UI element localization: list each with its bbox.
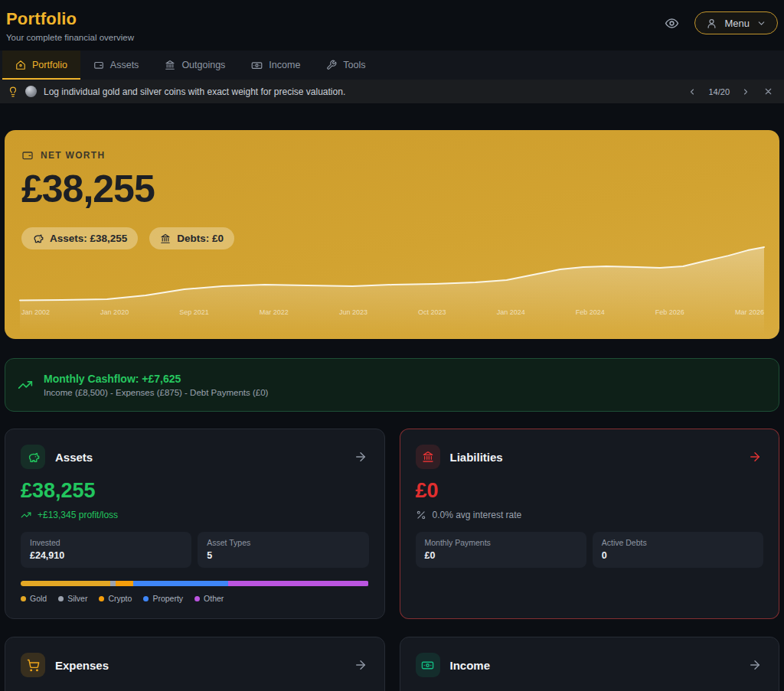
legend-label: Other bbox=[204, 594, 224, 603]
liabilities-value: £0 bbox=[416, 479, 764, 503]
tab-portfolio[interactable]: Portfolio bbox=[2, 51, 80, 80]
banknote-icon bbox=[251, 60, 263, 71]
page-header: Portfolio Your complete financial overvi… bbox=[0, 0, 784, 51]
tab-tools[interactable]: Tools bbox=[313, 51, 378, 80]
assets-card-title: Assets bbox=[55, 451, 93, 464]
stat-label: Active Debts bbox=[602, 538, 754, 547]
tip-next-button[interactable] bbox=[740, 86, 752, 98]
cart-icon bbox=[21, 653, 45, 677]
income-arrow-button[interactable] bbox=[746, 657, 763, 673]
debts-badge-label: Debts: £0 bbox=[177, 233, 224, 244]
expenses-value-row: £875/mo bbox=[21, 687, 369, 691]
x-tick-label: Mar 2026 bbox=[735, 308, 764, 316]
legend-item-gold: Gold bbox=[21, 594, 47, 603]
liabilities-arrow-button[interactable] bbox=[746, 448, 763, 465]
piggy-bank-icon bbox=[32, 233, 44, 244]
wallet-icon bbox=[93, 60, 104, 70]
cashflow-banner: Monthly Cashflow: +£7,625 Income (£8,500… bbox=[5, 358, 779, 412]
visibility-toggle-button[interactable] bbox=[662, 13, 682, 34]
arrow-right-icon bbox=[748, 450, 762, 464]
liabilities-interest-row: 0.0% avg interest rate bbox=[416, 510, 764, 520]
x-tick-label: Feb 2024 bbox=[576, 308, 605, 316]
legend-item-crypto: Crypto bbox=[99, 594, 132, 603]
trending-up-icon bbox=[21, 510, 31, 520]
legend-dot bbox=[143, 596, 149, 601]
tab-income[interactable]: Income bbox=[238, 51, 313, 80]
expenses-value: £875 bbox=[21, 687, 67, 691]
trending-up-icon bbox=[18, 377, 33, 393]
landmark-icon bbox=[416, 445, 440, 469]
assets-arrow-button[interactable] bbox=[352, 448, 369, 465]
page-title: Portfolio bbox=[6, 9, 134, 29]
income-value-row: £8,500/mo bbox=[416, 687, 764, 691]
chart-x-axis: Jan 2002Jan 2020Sep 2021Mar 2022Jun 2023… bbox=[21, 308, 764, 316]
legend-label: Silver bbox=[67, 594, 87, 603]
menu-button-label: Menu bbox=[724, 18, 750, 29]
tab-assets[interactable]: Assets bbox=[80, 51, 152, 80]
percent-icon bbox=[416, 510, 426, 520]
assets-badge-label: Assets: £38,255 bbox=[50, 233, 127, 244]
tip-prev-button[interactable] bbox=[686, 86, 698, 98]
legend-label: Gold bbox=[30, 594, 47, 603]
tip-banner: Log individual gold and silver coins wit… bbox=[0, 80, 784, 103]
stat-invested: Invested £24,910 bbox=[21, 532, 191, 568]
wrench-icon bbox=[326, 60, 337, 70]
expenses-card[interactable]: Expenses £875/mo bbox=[5, 637, 385, 691]
legend-dot bbox=[99, 596, 104, 601]
allocation-bar bbox=[21, 581, 369, 586]
net-worth-label: NET WORTH bbox=[41, 150, 105, 161]
chevron-left-icon bbox=[688, 87, 697, 96]
income-card[interactable]: Income £8,500/mo bbox=[400, 637, 780, 691]
allocation-segment-crypto bbox=[116, 581, 134, 586]
tip-pagination: 14/20 bbox=[708, 87, 730, 96]
assets-badge: Assets: £38,255 bbox=[21, 227, 138, 249]
tip-text: Log individual gold and silver coins wit… bbox=[44, 86, 345, 97]
stat-asset-types: Asset Types 5 bbox=[198, 532, 368, 568]
liabilities-card[interactable]: Liabilities £0 0.0% avg interest rate Mo… bbox=[400, 429, 780, 619]
eye-icon bbox=[665, 16, 679, 31]
debts-badge: Debts: £0 bbox=[149, 227, 234, 249]
legend-item-other: Other bbox=[194, 594, 224, 603]
income-value: £8,500 bbox=[416, 687, 479, 691]
user-icon bbox=[706, 18, 717, 29]
stat-label: Monthly Payments bbox=[425, 538, 577, 547]
cashflow-detail: Income (£8,500) - Expenses (£875) - Debt… bbox=[44, 388, 268, 397]
chevron-down-icon bbox=[756, 18, 766, 28]
x-tick-label: Jan 2002 bbox=[21, 308, 50, 316]
stat-active-debts: Active Debts 0 bbox=[593, 532, 763, 568]
assets-card[interactable]: Assets £38,255 +£13,345 profit/loss Inve… bbox=[5, 429, 385, 619]
stat-value: £0 bbox=[425, 550, 577, 561]
coin-icon bbox=[25, 86, 37, 97]
tip-close-button[interactable] bbox=[762, 85, 775, 98]
cashflow-title: Monthly Cashflow: +£7,625 bbox=[44, 373, 268, 385]
allocation-segment-property bbox=[133, 581, 228, 586]
tab-bar: Portfolio Assets Outgoings Income Tools bbox=[0, 51, 784, 80]
tab-label: Tools bbox=[343, 60, 365, 70]
tab-label: Portfolio bbox=[32, 60, 67, 70]
page-subtitle: Your complete financial overview bbox=[6, 33, 134, 42]
x-tick-label: Jan 2020 bbox=[100, 308, 129, 316]
liabilities-interest: 0.0% avg interest rate bbox=[433, 510, 522, 520]
stat-label: Invested bbox=[30, 538, 182, 547]
x-tick-label: Sep 2021 bbox=[179, 308, 209, 316]
x-tick-label: Feb 2026 bbox=[655, 308, 684, 316]
net-worth-value: £38,255 bbox=[21, 167, 763, 211]
legend-dot bbox=[194, 596, 200, 601]
liabilities-card-title: Liabilities bbox=[450, 451, 503, 464]
arrow-right-icon bbox=[354, 450, 368, 464]
tab-outgoings[interactable]: Outgoings bbox=[152, 51, 238, 80]
close-icon bbox=[763, 86, 773, 96]
piggy-bank-icon bbox=[21, 445, 45, 469]
legend-label: Property bbox=[152, 594, 183, 603]
allocation-legend: GoldSilverCryptoPropertyOther bbox=[21, 594, 369, 603]
home-icon bbox=[15, 60, 26, 70]
x-tick-label: Jun 2023 bbox=[339, 308, 368, 316]
menu-button[interactable]: Menu bbox=[694, 11, 778, 34]
wallet-icon bbox=[21, 149, 34, 161]
expenses-arrow-button[interactable] bbox=[352, 657, 369, 673]
arrow-right-icon bbox=[748, 658, 762, 672]
stat-value: 0 bbox=[602, 550, 754, 561]
tab-label: Outgoings bbox=[181, 60, 225, 70]
landmark-icon bbox=[165, 60, 175, 70]
chevron-right-icon bbox=[741, 87, 750, 96]
